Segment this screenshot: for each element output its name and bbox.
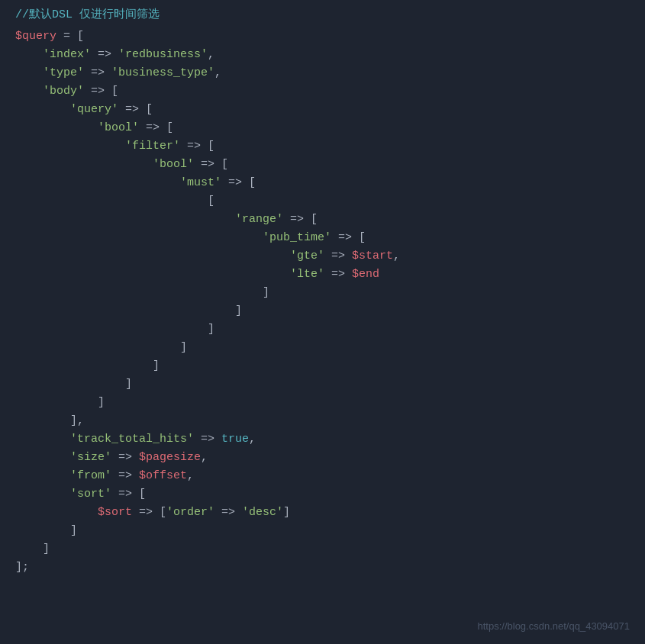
code-line: 'pub_time' => [: [15, 229, 645, 247]
code-line: 'lte' => $end: [15, 266, 645, 284]
code-line: ]: [15, 375, 645, 394]
code-line: 'bool' => [: [15, 119, 645, 137]
code-line: ]: [15, 357, 645, 375]
code-line: 'track_total_hits' => true,: [15, 430, 645, 449]
header-comment: //默认DSL 仅进行时间筛选: [15, 6, 645, 24]
code-line: ]: [15, 284, 645, 302]
code-line: [: [15, 192, 645, 211]
code-line: 'index' => 'redbusiness',: [15, 46, 645, 64]
code-line: 'sort' => [: [15, 485, 645, 504]
code-line: 'type' => 'business_type',: [15, 64, 645, 82]
code-line: 'bool' => [: [15, 156, 645, 174]
code-line: ]: [15, 540, 645, 559]
code-line: 'from' => $offset,: [15, 467, 645, 485]
code-line: ],: [15, 412, 645, 430]
code-line: 'body' => [: [15, 82, 645, 101]
code-line: $sort => ['order' => 'desc']: [15, 504, 645, 522]
code-line: 'filter' => [: [15, 137, 645, 156]
code-line: ]: [15, 522, 645, 540]
code-line: 'query' => [: [15, 101, 645, 119]
code-line: 'size' => $pagesize,: [15, 449, 645, 467]
code-container: //默认DSL 仅进行时间筛选 $query = [ 'index' => 'r…: [0, 0, 645, 644]
code-line: 'range' => [: [15, 211, 645, 229]
code-line: ]: [15, 302, 645, 320]
code-line: ]: [15, 320, 645, 339]
code-line: ]: [15, 394, 645, 412]
code-line: ];: [15, 559, 645, 577]
code-line: 'must' => [: [15, 174, 645, 192]
var-query: $query: [15, 30, 56, 43]
watermark: https://blog.csdn.net/qq_43094071: [478, 619, 630, 635]
code-line: ]: [15, 339, 645, 357]
code-line: $query = [: [15, 27, 645, 46]
code-line: 'gte' => $start,: [15, 247, 645, 266]
